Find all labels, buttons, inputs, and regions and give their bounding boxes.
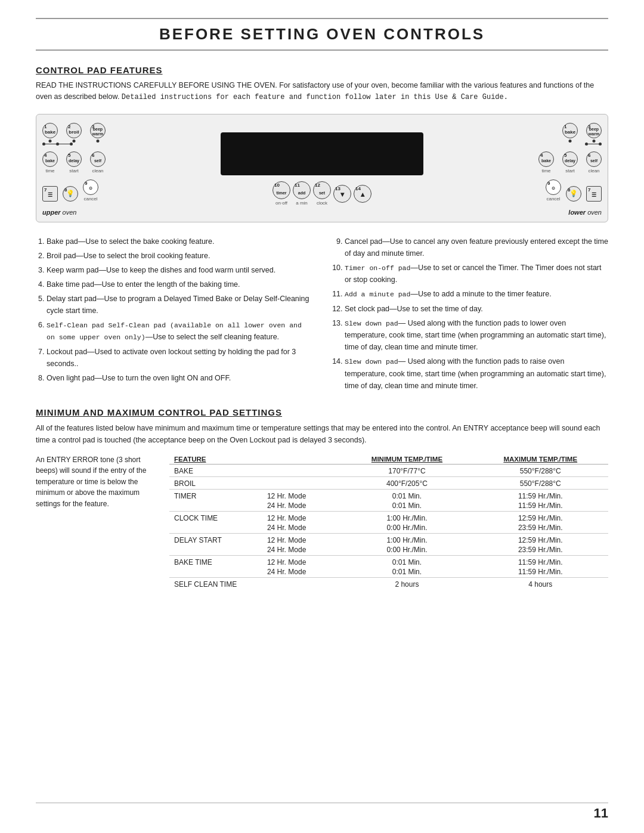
max-broil: 550°F/288°C [473, 476, 608, 489]
mode-broil [262, 476, 341, 489]
min-timer-12: 0:01 Min. [341, 489, 472, 501]
list-item-1: Bake pad—Use to select the bake cooking … [47, 236, 310, 247]
btn-11-sublabel: a min [296, 200, 308, 206]
line2 [59, 144, 70, 145]
btn-circle-2: 2 broil [66, 123, 82, 138]
min-bake: 170°F/77°C [341, 464, 472, 476]
btn-13: 13 ▾ [333, 185, 351, 203]
min-broil: 400°F/205°C [341, 476, 472, 489]
mode-bake [262, 464, 341, 476]
max-baketime-12: 11:59 Hr./Min. [473, 555, 608, 568]
mode-delay-12: 12 Hr. Mode [262, 533, 341, 546]
item11-mono: Add a minute pad [345, 290, 410, 298]
btn-circle-3: 3 beepwarm [90, 123, 106, 138]
lower-oven-label: lower oven [568, 209, 602, 216]
row-selfclean: SELF CLEAN TIME 2 hours 4 hours [169, 577, 608, 590]
btn-6-sublabel: clean [92, 168, 103, 174]
list-item-14: Slew down pad— Used along with the funct… [345, 355, 608, 391]
row-bake: BAKE 170°F/77°C 550°F/288°C [169, 464, 608, 476]
min-max-layout: An ENTRY ERROR tone (3 short beeps) will… [36, 454, 608, 590]
item6-mono1: Self-Clean pad Self-Clean pad (available… [47, 321, 302, 341]
lower-btn-circle-1: 1 bake [562, 123, 578, 138]
col-feature: FEATURE [169, 454, 262, 465]
col-max: MAXIMUM TEMP./TIME [473, 454, 608, 465]
lower-oven-panel: 1 bake 3 beepwarm [465, 123, 602, 216]
panel-center: 10 timer on·off 11 add a min [184, 132, 460, 206]
page: BEFORE SETTING OVEN CONTROLS CONTROL PAD… [0, 0, 644, 833]
btn-circle-1: 1 bake [42, 123, 58, 138]
feature-baketime: BAKE TIME [169, 555, 262, 568]
row-timer-24: 24 Hr. Mode 0:01 Min. 11:59 Hr./Min. [169, 501, 608, 512]
max-delay-24: 23:59 Hr./Min. [473, 546, 608, 556]
max-clock-24: 23:59 Hr./Min. [473, 524, 608, 534]
min-baketime-12: 0:01 Min. [341, 555, 472, 568]
panel-inner: 1 bake 2 broil 3 [42, 123, 602, 216]
max-clock-12: 12:59 Hr./Min. [473, 511, 608, 524]
btn-circle-12: 12 set [313, 181, 331, 199]
btn-circle-9: 9 ⊙ [83, 179, 98, 195]
mode-clock-12: 12 Hr. Mode [262, 511, 341, 524]
intro-text: READ THE INSTRUCTIONS CAREFULLY BEFORE U… [36, 80, 608, 103]
control-pad-section: CONTROL PAD FEATURES READ THE INSTRUCTIO… [36, 65, 608, 222]
row-delay-12: DELAY START 12 Hr. Mode 1:00 Hr./Min. 12… [169, 533, 608, 546]
mode-clock-24: 24 Hr. Mode [262, 524, 341, 534]
feature-timer-24 [169, 501, 262, 512]
btn-6: 6 self clean [90, 151, 106, 174]
btn-4-sublabel: time [45, 168, 54, 174]
btn-1: 1 bake [42, 123, 58, 138]
list-item-6: Self-Clean pad Self-Clean pad (available… [47, 319, 310, 343]
max-timer-12: 11:59 Hr./Min. [473, 489, 608, 501]
line1 [45, 144, 56, 145]
intro-mono: Detailed instructions for each feature a… [122, 93, 508, 101]
feature-baketime-24 [169, 568, 262, 578]
btn-8: 8 💡 [63, 186, 78, 202]
btn-circle-13: 13 ▾ [333, 185, 351, 203]
btn-4: 4 bake time [42, 151, 58, 174]
list-item-8: Oven light pad—Use to turn the oven ligh… [47, 372, 310, 384]
lower-row2: 4 bake time 5 delay start [538, 151, 602, 174]
list-item-10: Timer on-off pad—Use to set or cancel th… [345, 262, 608, 286]
min-max-intro: All of the features listed below have mi… [36, 422, 608, 446]
row-clock-24: 24 Hr. Mode 0:00 Hr./Min. 23:59 Hr./Min. [169, 524, 608, 534]
lower-btn-circle-7: 7 ☰ [586, 186, 602, 202]
lower-btn-6: 6 self clean [586, 151, 602, 174]
lower-btn-9-sublabel: cancel [546, 196, 560, 202]
lower-btn-circle-6: 6 self [586, 151, 602, 167]
btn-10: 10 timer on·off [273, 181, 290, 206]
list-item-7: Lockout pad—Used to activate oven lockou… [47, 346, 310, 370]
btn-circle-8: 8 💡 [63, 186, 78, 202]
max-selfclean: 4 hours [473, 577, 608, 590]
upper-oven-panel: 1 bake 2 broil 3 [42, 123, 179, 216]
dot3 [70, 143, 73, 145]
feature-broil: BROIL [169, 476, 262, 489]
item13-mono: Slew down pad [345, 320, 398, 327]
feature-clock: CLOCK TIME [169, 511, 262, 524]
max-delay-12: 12:59 Hr./Min. [473, 533, 608, 546]
list-item-3: Keep warm pad—Use to keep the dishes and… [47, 264, 310, 276]
item14-mono: Slew down pad [345, 358, 398, 366]
upper-row3: 7 ☰ 8 💡 9 [42, 179, 98, 202]
lower-btn-4: 4 bake time [538, 151, 554, 174]
row-timer-12: TIMER 12 Hr. Mode 0:01 Min. 11:59 Hr./Mi… [169, 489, 608, 501]
btn-9: 9 ⊙ cancel [83, 179, 98, 202]
bottom-line [36, 803, 608, 803]
lower-line1 [588, 144, 599, 145]
page-number: 11 [594, 806, 608, 821]
feature-clock-24 [169, 524, 262, 534]
min-max-title: MINIMUM AND MAXIMUM CONTROL PAD SETTINGS [36, 407, 608, 417]
list-item-2: Broil pad—Use to select the broil cookin… [47, 250, 310, 262]
btn-5-sublabel: start [69, 168, 79, 174]
btn-circle-4: 4 bake [42, 151, 58, 167]
btn-circle-6: 6 self [90, 151, 106, 167]
lower-btn-4-sublabel: time [541, 168, 550, 174]
feature-bake: BAKE [169, 464, 262, 476]
mode-baketime-24: 24 Hr. Mode [262, 568, 341, 578]
lower-btn-6-sublabel: clean [588, 168, 599, 174]
left-ol: Bake pad—Use to select the bake cooking … [36, 236, 310, 384]
col-min: MINIMUM TEMP./TIME [341, 454, 472, 465]
dot-line-lower [585, 143, 602, 145]
min-baketime-24: 0:01 Min. [341, 568, 472, 578]
min-max-section: MINIMUM AND MAXIMUM CONTROL PAD SETTINGS… [36, 407, 608, 590]
list-col-left: Bake pad—Use to select the bake cooking … [36, 236, 310, 394]
lower-btn-8: 8 💡 [566, 186, 581, 202]
